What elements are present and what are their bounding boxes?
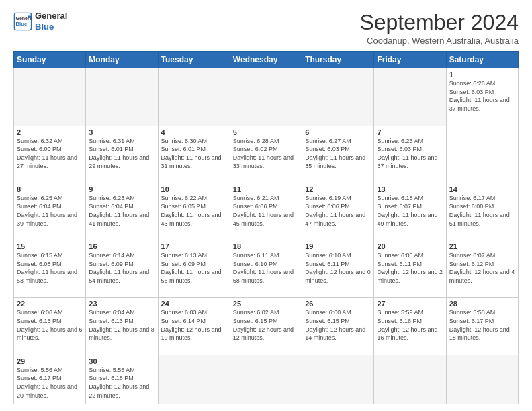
empty-cell <box>14 68 86 126</box>
day-cell-27: 27Sunrise: 5:59 AMSunset: 6:16 PMDayligh… <box>374 298 446 355</box>
week-row-3: 8Sunrise: 6:25 AMSunset: 6:04 PMDaylight… <box>14 183 519 240</box>
day-cell-29: 29Sunrise: 5:56 AMSunset: 6:17 PMDayligh… <box>14 355 86 404</box>
day-cell-6: 6Sunrise: 6:27 AMSunset: 6:03 PMDaylight… <box>302 126 374 183</box>
logo-icon: General Blue <box>13 12 32 31</box>
week-row-4: 15Sunrise: 6:15 AMSunset: 6:08 PMDayligh… <box>14 240 519 298</box>
week-row-2: 2Sunrise: 6:32 AMSunset: 6:00 PMDaylight… <box>14 126 519 183</box>
calendar-table: SundayMondayTuesdayWednesdayThursdayFrid… <box>13 51 519 404</box>
day-cell-12: 12Sunrise: 6:19 AMSunset: 6:06 PMDayligh… <box>302 183 374 240</box>
day-cell-3: 3Sunrise: 6:31 AMSunset: 6:01 PMDaylight… <box>86 126 158 183</box>
empty-cell <box>374 355 446 404</box>
day-cell-26: 26Sunrise: 6:00 AMSunset: 6:15 PMDayligh… <box>302 298 374 355</box>
day-cell-10: 10Sunrise: 6:22 AMSunset: 6:05 PMDayligh… <box>158 183 230 240</box>
week-row-1: 1Sunrise: 6:26 AMSunset: 6:03 PMDaylight… <box>14 68 519 126</box>
location: Coodanup, Western Australia, Australia <box>359 36 519 46</box>
day-header-tuesday: Tuesday <box>158 52 230 68</box>
month-title: September 2024 <box>359 11 519 34</box>
empty-cell <box>374 68 446 126</box>
day-cell-9: 9Sunrise: 6:23 AMSunset: 6:04 PMDaylight… <box>86 183 158 240</box>
day-header-thursday: Thursday <box>302 52 374 68</box>
empty-cell <box>158 68 230 126</box>
header: General Blue General Blue September 2024… <box>13 11 519 46</box>
day-cell-20: 20Sunrise: 6:08 AMSunset: 6:11 PMDayligh… <box>374 240 446 298</box>
page: General Blue General Blue September 2024… <box>0 0 532 411</box>
day-cell-13: 13Sunrise: 6:18 AMSunset: 6:07 PMDayligh… <box>374 183 446 240</box>
day-cell-14: 14Sunrise: 6:17 AMSunset: 6:08 PMDayligh… <box>446 183 518 240</box>
empty-cell <box>230 355 302 404</box>
day-header-monday: Monday <box>86 52 158 68</box>
day-cell-30: 30Sunrise: 5:55 AMSunset: 6:18 PMDayligh… <box>86 355 158 404</box>
svg-text:Blue: Blue <box>16 21 28 27</box>
empty-cell <box>302 355 374 404</box>
header-row: SundayMondayTuesdayWednesdayThursdayFrid… <box>14 52 519 68</box>
day-cell-15: 15Sunrise: 6:15 AMSunset: 6:08 PMDayligh… <box>14 240 86 298</box>
day-header-wednesday: Wednesday <box>230 52 302 68</box>
day-cell-17: 17Sunrise: 6:13 AMSunset: 6:09 PMDayligh… <box>158 240 230 298</box>
empty-cell <box>230 68 302 126</box>
day-cell-5: 5Sunrise: 6:28 AMSunset: 6:02 PMDaylight… <box>230 126 302 183</box>
title-block: September 2024 Coodanup, Western Austral… <box>359 11 519 46</box>
day-header-sunday: Sunday <box>14 52 86 68</box>
day-cell-7: 7Sunrise: 6:26 AMSunset: 6:03 PMDaylight… <box>374 126 446 183</box>
day-cell-22: 22Sunrise: 6:06 AMSunset: 6:13 PMDayligh… <box>14 298 86 355</box>
day-cell-4: 4Sunrise: 6:30 AMSunset: 6:01 PMDaylight… <box>158 126 230 183</box>
week-row-5: 22Sunrise: 6:06 AMSunset: 6:13 PMDayligh… <box>14 298 519 355</box>
logo: General Blue General Blue <box>13 11 67 32</box>
week-row-6: 29Sunrise: 5:56 AMSunset: 6:17 PMDayligh… <box>14 355 519 404</box>
day-cell-2: 2Sunrise: 6:32 AMSunset: 6:00 PMDaylight… <box>14 126 86 183</box>
day-cell-25: 25Sunrise: 6:02 AMSunset: 6:15 PMDayligh… <box>230 298 302 355</box>
day-cell-28: 28Sunrise: 5:58 AMSunset: 6:17 PMDayligh… <box>446 298 518 355</box>
empty-cell <box>86 68 158 126</box>
day-cell-11: 11Sunrise: 6:21 AMSunset: 6:06 PMDayligh… <box>230 183 302 240</box>
day-cell-23: 23Sunrise: 6:04 AMSunset: 6:13 PMDayligh… <box>86 298 158 355</box>
day-cell-16: 16Sunrise: 6:14 AMSunset: 6:09 PMDayligh… <box>86 240 158 298</box>
day-header-friday: Friday <box>374 52 446 68</box>
logo-text: General Blue <box>35 11 67 32</box>
empty-cell <box>158 355 230 404</box>
day-cell-21: 21Sunrise: 6:07 AMSunset: 6:12 PMDayligh… <box>446 240 518 298</box>
day-cell-18: 18Sunrise: 6:11 AMSunset: 6:10 PMDayligh… <box>230 240 302 298</box>
day-cell-8: 8Sunrise: 6:25 AMSunset: 6:04 PMDaylight… <box>14 183 86 240</box>
day-cell-19: 19Sunrise: 6:10 AMSunset: 6:11 PMDayligh… <box>302 240 374 298</box>
empty-cell <box>302 68 374 126</box>
day-cell-1: 1Sunrise: 6:26 AMSunset: 6:03 PMDaylight… <box>446 68 518 126</box>
empty-cell <box>446 355 518 404</box>
day-header-saturday: Saturday <box>446 52 518 68</box>
day-cell-24: 24Sunrise: 6:03 AMSunset: 6:14 PMDayligh… <box>158 298 230 355</box>
